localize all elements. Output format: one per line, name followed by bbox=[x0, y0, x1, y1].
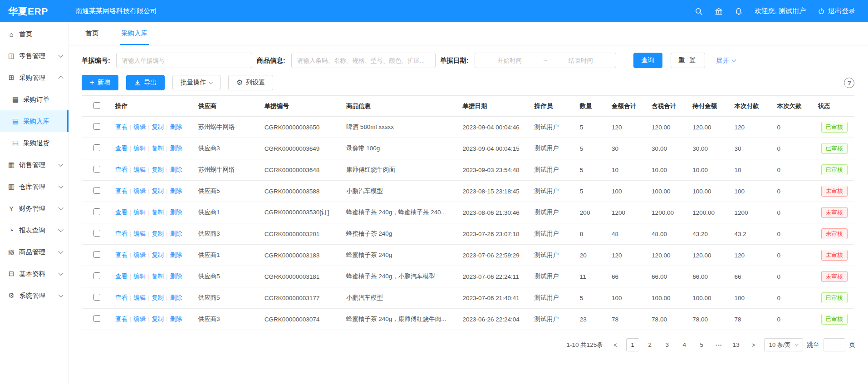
tab[interactable]: 首页 bbox=[84, 22, 100, 45]
page-size-select[interactable]: 10 条/页 bbox=[764, 338, 803, 351]
sidebar-item[interactable]: ⌂ 首页 bbox=[0, 23, 69, 45]
logout-button[interactable]: 退出登录 bbox=[818, 7, 855, 15]
sidebar-item[interactable]: ▤ 采购入库 bbox=[0, 110, 69, 132]
delete-link[interactable]: 删除 bbox=[170, 230, 182, 237]
copy-link[interactable]: 复制 bbox=[152, 294, 164, 301]
tab[interactable]: 采购入库 bbox=[120, 22, 149, 45]
edit-link[interactable]: 编辑 bbox=[133, 123, 146, 130]
edit-link[interactable]: 编辑 bbox=[133, 145, 146, 152]
copy-link[interactable]: 复制 bbox=[152, 166, 164, 173]
edit-link[interactable]: 编辑 bbox=[133, 209, 146, 216]
copy-link[interactable]: 复制 bbox=[152, 145, 164, 152]
bill-no-input[interactable] bbox=[116, 53, 252, 68]
reset-button[interactable]: 重 置 bbox=[671, 53, 706, 68]
page-number[interactable]: 2 bbox=[643, 338, 657, 351]
delete-link[interactable]: 删除 bbox=[170, 145, 182, 152]
bank-icon[interactable] bbox=[715, 7, 723, 15]
row-checkbox[interactable] bbox=[93, 123, 100, 130]
delete-link[interactable]: 删除 bbox=[170, 166, 182, 173]
delete-link[interactable]: 删除 bbox=[170, 188, 182, 194]
edit-link[interactable]: 编辑 bbox=[133, 230, 146, 237]
sidebar-item[interactable]: ◔ 报表查询 bbox=[0, 219, 69, 241]
sidebar-item[interactable]: ▦ 销售管理 bbox=[0, 154, 69, 176]
row-checkbox[interactable] bbox=[93, 294, 100, 301]
goods-info-input[interactable] bbox=[291, 53, 436, 68]
jump-page-input[interactable] bbox=[824, 338, 845, 351]
amount-due-cell: 100.00 bbox=[689, 287, 731, 309]
supplier-cell: 供应商3 bbox=[194, 309, 260, 330]
sidebar-item[interactable]: ▥ 仓库管理 bbox=[0, 176, 69, 197]
sidebar-item[interactable]: ⊟ 基本资料 bbox=[0, 263, 69, 285]
sidebar-item[interactable]: ⚙ 系统管理 bbox=[0, 285, 69, 306]
sidebar-item[interactable]: ¥ 财务管理 bbox=[0, 197, 69, 219]
add-button[interactable]: + 新增 bbox=[82, 75, 118, 90]
copy-link[interactable]: 复制 bbox=[152, 230, 164, 237]
delete-link[interactable]: 删除 bbox=[170, 252, 182, 258]
delete-link[interactable]: 删除 bbox=[170, 294, 182, 301]
search-button[interactable]: 查询 bbox=[633, 53, 662, 68]
page-number[interactable]: 13 bbox=[730, 338, 743, 351]
view-link[interactable]: 查看 bbox=[115, 188, 128, 194]
delete-link[interactable]: 删除 bbox=[170, 316, 182, 322]
row-checkbox[interactable] bbox=[93, 315, 100, 322]
copy-link[interactable]: 复制 bbox=[152, 273, 164, 280]
sidebar-item[interactable]: ▤ 采购订单 bbox=[0, 89, 69, 110]
page-number[interactable]: ••• bbox=[712, 338, 726, 351]
view-link[interactable]: 查看 bbox=[115, 273, 128, 280]
help-icon[interactable]: ? bbox=[844, 78, 854, 88]
row-checkbox[interactable] bbox=[93, 144, 100, 151]
date-start-input[interactable] bbox=[478, 57, 542, 64]
view-link[interactable]: 查看 bbox=[115, 252, 128, 258]
edit-link[interactable]: 编辑 bbox=[133, 166, 146, 173]
edit-link[interactable]: 编辑 bbox=[133, 316, 146, 322]
copy-link[interactable]: 复制 bbox=[152, 123, 164, 130]
row-checkbox[interactable] bbox=[93, 208, 100, 215]
column-settings-button[interactable]: ⚙ 列设置 bbox=[228, 75, 273, 90]
expand-link[interactable]: 展开 bbox=[716, 56, 736, 65]
date-range-picker[interactable]: ~ bbox=[475, 53, 616, 68]
edit-link[interactable]: 编辑 bbox=[133, 252, 146, 258]
row-checkbox[interactable] bbox=[93, 166, 100, 173]
row-checkbox[interactable] bbox=[93, 230, 100, 237]
page-number[interactable]: 3 bbox=[661, 338, 674, 351]
date-end-input[interactable] bbox=[549, 57, 613, 64]
view-link[interactable]: 查看 bbox=[115, 123, 128, 130]
page-number[interactable]: 4 bbox=[678, 338, 691, 351]
select-all-checkbox[interactable] bbox=[93, 102, 100, 109]
sidebar-item[interactable]: ▤ 采购退货 bbox=[0, 132, 69, 154]
paid-cell: 1200 bbox=[731, 202, 773, 223]
system-icon: ⚙ bbox=[7, 291, 15, 300]
view-link[interactable]: 查看 bbox=[115, 166, 128, 173]
prev-page-button[interactable]: < bbox=[609, 338, 622, 351]
copy-link[interactable]: 复制 bbox=[152, 252, 164, 258]
edit-link[interactable]: 编辑 bbox=[133, 188, 146, 194]
edit-link[interactable]: 编辑 bbox=[133, 294, 146, 301]
copy-link[interactable]: 复制 bbox=[152, 188, 164, 194]
export-button[interactable]: 导出 bbox=[126, 75, 165, 90]
sidebar-item[interactable]: ◫ 零售管理 bbox=[0, 45, 69, 67]
sidebar-item[interactable]: ⊞ 采购管理 bbox=[0, 67, 69, 89]
edit-link[interactable]: 编辑 bbox=[133, 273, 146, 280]
search-icon[interactable] bbox=[695, 7, 703, 15]
sidebar-item[interactable]: ▧ 商品管理 bbox=[0, 241, 69, 263]
row-checkbox[interactable] bbox=[93, 251, 100, 258]
delete-link[interactable]: 删除 bbox=[170, 123, 182, 130]
view-link[interactable]: 查看 bbox=[115, 209, 128, 216]
column-header: 操作 bbox=[112, 96, 194, 117]
view-link[interactable]: 查看 bbox=[115, 294, 128, 301]
view-link[interactable]: 查看 bbox=[115, 316, 128, 322]
copy-link[interactable]: 复制 bbox=[152, 316, 164, 322]
view-link[interactable]: 查看 bbox=[115, 230, 128, 237]
delete-link[interactable]: 删除 bbox=[170, 273, 182, 280]
page-number[interactable]: 5 bbox=[695, 338, 708, 351]
row-checkbox[interactable] bbox=[93, 187, 100, 194]
row-checkbox[interactable] bbox=[93, 272, 100, 279]
batch-actions-button[interactable]: 批量操作 bbox=[172, 75, 221, 90]
next-page-button[interactable]: > bbox=[747, 338, 760, 351]
view-link[interactable]: 查看 bbox=[115, 145, 128, 152]
copy-link[interactable]: 复制 bbox=[152, 209, 164, 216]
page-number[interactable]: 1 bbox=[626, 338, 639, 351]
delete-link[interactable]: 删除 bbox=[170, 209, 182, 216]
purchase-icon: ⊞ bbox=[7, 74, 15, 82]
bell-icon[interactable] bbox=[735, 7, 743, 15]
